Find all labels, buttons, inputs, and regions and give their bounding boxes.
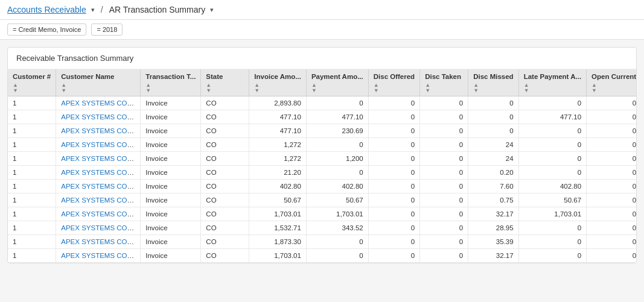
breadcrumb-current-dropdown[interactable]: ▾ [210,6,214,14]
cell-transaction_type: Invoice [141,193,201,207]
sort-desc-invoice_amount[interactable]: ▼ [254,88,260,93]
col-sort-state[interactable]: ▲▼ [201,81,249,96]
cell-state: CO [201,96,249,110]
customer-name-link[interactable]: APEX SYSTEMS COMPA... [61,183,141,190]
col-header-transaction_type[interactable]: Transaction T... [141,69,201,81]
sort-desc-customer_name[interactable]: ▼ [61,88,66,93]
cell-disc_offered: 0 [368,152,419,166]
cell-customer_name[interactable]: APEX SYSTEMS COMPA... [56,249,141,263]
cell-disc_taken: 0 [420,221,468,235]
cell-customer_name[interactable]: APEX SYSTEMS COMPA... [56,180,141,193]
cell-customer_name[interactable]: APEX SYSTEMS COMPA... [56,207,141,221]
cell-invoice_amount: 2,893.80 [249,96,307,110]
cell-customer_name[interactable]: APEX SYSTEMS COMPA... [56,221,141,235]
customer-name-link[interactable]: APEX SYSTEMS COMPA... [61,210,141,218]
cell-late_payment: 0 [518,249,586,263]
customer-name-link[interactable]: APEX SYSTEMS COMPA... [61,252,141,259]
cell-disc_missed: 0 [468,124,518,138]
customer-name-link[interactable]: APEX SYSTEMS COMPA... [61,99,141,107]
sort-desc-customer_num[interactable]: ▼ [13,88,18,93]
breadcrumb-parent-link[interactable]: Accounts Receivable [7,5,86,14]
col-sort-payment_amount[interactable]: ▲▼ [306,81,368,96]
cell-disc_taken: 0 [420,110,468,124]
col-sort-customer_name[interactable]: ▲▼ [56,81,141,96]
cell-disc_missed: 0.75 [468,193,518,207]
cell-customer_name[interactable]: APEX SYSTEMS COMPA... [56,193,141,207]
sort-desc-late_payment[interactable]: ▼ [524,88,529,93]
col-header-payment_amount[interactable]: Payment Amo... [306,69,368,81]
panel-title: Receivable Transaction Summary [8,48,636,69]
cell-transaction_type: Invoice [141,249,201,263]
cell-invoice_amount: 1,272 [249,152,307,166]
cell-payment_amount: 230.69 [306,124,368,138]
cell-invoice_amount: 1,532.71 [249,221,307,235]
sort-desc-disc_offered[interactable]: ▼ [374,88,379,93]
col-sort-open_current[interactable]: ▲▼ [587,81,636,96]
cell-late_payment: 402.80 [518,180,586,193]
sort-desc-payment_amount[interactable]: ▼ [311,88,317,93]
cell-customer_name[interactable]: APEX SYSTEMS COMPA... [56,166,141,180]
cell-invoice_amount: 1,703.01 [249,207,307,221]
cell-disc_missed: 0 [468,96,518,110]
col-sort-late_payment[interactable]: ▲▼ [518,81,586,96]
sort-desc-disc_missed[interactable]: ▼ [473,88,479,93]
table-row: 1APEX SYSTEMS COMPA...InvoiceCO1,703.010… [8,249,636,263]
cell-late_payment: 50.67 [518,193,586,207]
cell-customer_name[interactable]: APEX SYSTEMS COMPA... [56,110,141,124]
col-header-invoice_amount[interactable]: Invoice Amo... [249,69,307,81]
cell-open_current: 0 [587,166,636,180]
filter-year[interactable]: = 2018 [91,24,123,36]
cell-disc_taken: 0 [420,166,468,180]
cell-customer_name[interactable]: APEX SYSTEMS COMPA... [56,235,141,249]
customer-name-link[interactable]: APEX SYSTEMS COMPA... [61,141,141,148]
col-sort-disc_missed[interactable]: ▲▼ [468,81,518,96]
col-sort-disc_offered[interactable]: ▲▼ [368,81,419,96]
cell-payment_amount: 1,200 [306,152,368,166]
col-sort-transaction_type[interactable]: ▲▼ [141,81,201,96]
col-header-late_payment[interactable]: Late Payment A... [518,69,586,81]
breadcrumb-parent-dropdown[interactable]: ▾ [91,6,95,14]
cell-late_payment: 0 [518,96,586,110]
cell-customer_name[interactable]: APEX SYSTEMS COMPA... [56,96,141,110]
cell-transaction_type: Invoice [141,235,201,249]
col-sort-disc_taken[interactable]: ▲▼ [420,81,468,96]
customer-name-link[interactable]: APEX SYSTEMS COMPA... [61,127,141,134]
col-header-disc_offered[interactable]: Disc Offered [368,69,419,81]
customer-name-link[interactable]: APEX SYSTEMS COMPA... [61,155,141,162]
sort-desc-open_current[interactable]: ▼ [591,88,597,93]
cell-customer_num: 1 [8,207,56,221]
col-header-disc_taken[interactable]: Disc Taken [420,69,468,81]
customer-name-link[interactable]: APEX SYSTEMS COMPA... [61,197,141,204]
cell-transaction_type: Invoice [141,180,201,193]
cell-customer_name[interactable]: APEX SYSTEMS COMPA... [56,124,141,138]
table-row: 1APEX SYSTEMS COMPA...InvoiceCO477.10230… [8,124,636,138]
col-header-state[interactable]: State [201,69,249,81]
cell-customer_name[interactable]: APEX SYSTEMS COMPA... [56,138,141,152]
cell-disc_missed: 32.17 [468,207,518,221]
sort-desc-disc_taken[interactable]: ▼ [425,88,430,93]
cell-open_current: 0 [587,249,636,263]
cell-open_current: 0 [587,221,636,235]
cell-open_current: 0 [587,124,636,138]
cell-late_payment: 0 [518,166,586,180]
col-header-customer_num[interactable]: Customer # [8,69,56,81]
cell-open_current: 0 [587,235,636,249]
cell-payment_amount: 50.67 [306,193,368,207]
col-header-open_current[interactable]: Open Current [587,69,636,81]
customer-name-link[interactable]: APEX SYSTEMS COMPA... [61,169,141,176]
col-sort-customer_num[interactable]: ▲▼ [8,81,56,96]
customer-name-link[interactable]: APEX SYSTEMS COMPA... [61,113,141,121]
filter-type[interactable]: = Credit Memo, Invoice [7,24,86,36]
customer-name-link[interactable]: APEX SYSTEMS COMPA... [61,224,141,231]
cell-state: CO [201,193,249,207]
cell-payment_amount: 343.52 [306,221,368,235]
col-header-disc_missed[interactable]: Disc Missed [468,69,518,81]
sort-desc-transaction_type[interactable]: ▼ [145,88,151,93]
col-sort-invoice_amount[interactable]: ▲▼ [249,81,307,96]
cell-customer_name[interactable]: APEX SYSTEMS COMPA... [56,152,141,166]
cell-customer_num: 1 [8,249,56,263]
customer-name-link[interactable]: APEX SYSTEMS COMPA... [61,238,141,245]
sort-desc-state[interactable]: ▼ [206,88,211,93]
col-header-customer_name[interactable]: Customer Name [56,69,141,81]
cell-late_payment: 477.10 [518,110,586,124]
